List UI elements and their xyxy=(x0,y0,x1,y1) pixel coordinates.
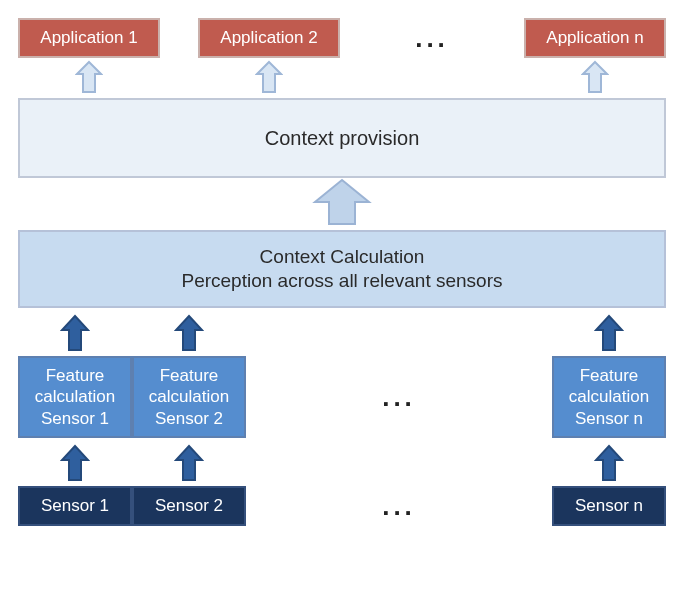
feature-box: Feature calculation Sensor 2 xyxy=(132,356,246,438)
feature-line: Feature xyxy=(580,365,639,386)
sensor-box: Sensor 2 xyxy=(132,486,246,526)
applications-row: Application 1 Application 2 ... Applicat… xyxy=(18,18,666,58)
ellipsis: ... xyxy=(246,491,552,522)
context-provision-box: Context provision xyxy=(18,98,666,178)
feature-line: Feature xyxy=(46,365,105,386)
up-arrow-icon xyxy=(198,60,340,96)
up-arrow-icon xyxy=(552,444,666,484)
up-arrow-icon xyxy=(524,60,666,96)
application-box: Application 1 xyxy=(18,18,160,58)
feature-line: calculation xyxy=(35,386,115,407)
context-calculation-box: Context Calculation Perception across al… xyxy=(18,230,666,308)
context-calc-line1: Context Calculation xyxy=(260,245,425,269)
feature-box: Feature calculation Sensor 1 xyxy=(18,356,132,438)
up-arrow-icon xyxy=(552,314,666,354)
up-arrow-icon xyxy=(132,444,246,484)
arrows-provision-to-apps xyxy=(18,58,666,98)
feature-line: Sensor 2 xyxy=(155,408,223,429)
arrows-features-to-calc xyxy=(18,312,666,356)
arrows-sensors-to-features xyxy=(18,442,666,486)
application-box: Application 2 xyxy=(198,18,340,58)
context-calc-line2: Perception across all relevant sensors xyxy=(181,269,502,293)
sensor-box: Sensor 1 xyxy=(18,486,132,526)
sensor-box: Sensor n xyxy=(552,486,666,526)
up-arrow-icon xyxy=(18,314,132,354)
feature-line: calculation xyxy=(569,386,649,407)
up-arrow-icon xyxy=(132,314,246,354)
up-arrow-icon xyxy=(18,444,132,484)
feature-line: Feature xyxy=(160,365,219,386)
feature-line: Sensor n xyxy=(575,408,643,429)
feature-line: calculation xyxy=(149,386,229,407)
feature-box: Feature calculation Sensor n xyxy=(552,356,666,438)
up-arrow-icon xyxy=(18,60,160,96)
application-box: Application n xyxy=(524,18,666,58)
ellipsis: ... xyxy=(378,23,486,54)
feature-line: Sensor 1 xyxy=(41,408,109,429)
sensors-row: Sensor 1 Sensor 2 ... Sensor n xyxy=(18,486,666,526)
ellipsis: ... xyxy=(246,382,552,413)
arrow-calc-to-provision xyxy=(18,178,666,230)
up-arrow-icon xyxy=(311,178,373,228)
features-row: Feature calculation Sensor 1 Feature cal… xyxy=(18,356,666,438)
